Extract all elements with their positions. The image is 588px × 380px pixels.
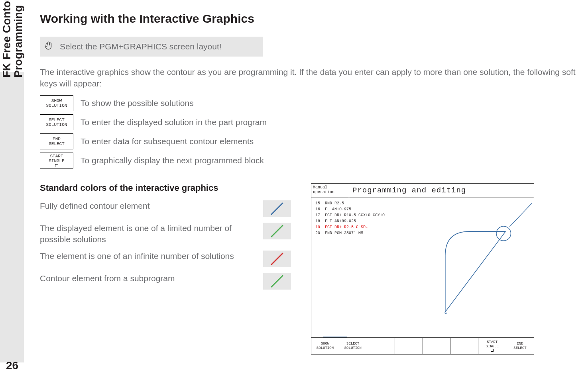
softkey-label-l2: SINGLE [49, 159, 65, 163]
softkey-row: STARTSINGLETo graphically display the ne… [40, 153, 588, 168]
code-line: 20 END PGM 35071 MM [313, 230, 412, 236]
scr-softkey[interactable]: STARTSINGLE [478, 338, 506, 354]
scr-body: 15 RND R2.5 16 FL AN+0.975 17 FCT DR+ R1… [311, 198, 534, 337]
scr-mode-l1: Manual [313, 185, 327, 190]
scr-softkey-blank [395, 338, 423, 354]
softkey-label-l1: END [53, 137, 61, 141]
svg-line-3 [271, 276, 283, 287]
softkey-label-l2: SELECT [49, 141, 65, 146]
svg-line-1 [271, 225, 283, 237]
color-description: The displayed element is one of a limite… [40, 223, 255, 245]
scr-header: Manual operation Programming and editing [311, 184, 534, 198]
softkey-row: SHOWSOLUTIONTo show the possible solutio… [40, 95, 588, 111]
svg-line-5 [509, 203, 532, 227]
softkey-label-l2: SOLUTION [46, 122, 67, 127]
scr-mode: Manual operation [311, 184, 349, 198]
softkey-description: To enter data for subsequent contour ele… [81, 137, 254, 146]
color-swatch [263, 200, 291, 217]
cnc-screenshot: Manual operation Programming and editing… [311, 183, 534, 355]
softkey-description: To graphically display the next programm… [81, 156, 264, 165]
scr-softkey-l1: SHOW [321, 342, 330, 346]
scr-softkey-blank [450, 338, 478, 354]
scr-softkey[interactable]: SHOWSOLUTION [311, 338, 339, 354]
scr-softkey[interactable]: ENDSELECT [506, 338, 534, 354]
color-swatch [263, 223, 291, 239]
softkey-label-l1: SHOW [51, 98, 62, 103]
note-text: Select the PGM+GRAPHICS screen layout! [60, 42, 222, 51]
softkey-description: To enter the displayed solution in the p… [81, 118, 267, 127]
softkey-button[interactable]: ENDSELECT [40, 133, 73, 149]
softkey-label-l1: SELECT [49, 118, 65, 122]
scr-softkey-l2: SOLUTION [317, 346, 334, 350]
page-title: Working with the Interactive Graphics [40, 12, 588, 25]
scr-softkey-blank [423, 338, 451, 354]
scr-graphic [413, 198, 534, 337]
softkey-button[interactable]: SHOWSOLUTION [40, 95, 73, 111]
scr-softkey-l2: SOLUTION [344, 346, 362, 350]
svg-point-4 [496, 226, 511, 241]
softkey-description: To show the possible solutions [81, 98, 194, 108]
scr-softkey-l2: SINGLE [486, 345, 498, 349]
scr-softkey-bar: SHOWSOLUTIONSELECTSOLUTIONSTARTSINGLEEND… [311, 337, 534, 354]
scr-softkey-l1: START [487, 340, 498, 344]
code-line: 15 RND R2.5 [313, 200, 412, 206]
scr-cursor-underline [323, 337, 347, 337]
color-description: Fully defined contour element [40, 200, 255, 217]
softkey-label-l2: SOLUTION [46, 103, 67, 108]
note-callout: Select the PGM+GRAPHICS screen layout! [40, 37, 263, 57]
color-swatch [263, 273, 291, 290]
sidebar-line2: Programming [12, 0, 24, 78]
scr-softkey-blank [367, 338, 395, 354]
color-description: The element is one of an infinite number… [40, 251, 255, 267]
scr-softkey-l2: SELECT [513, 346, 526, 350]
code-line: 17 FCT DR+ R10.5 CCX+0 CCY+0 [313, 212, 412, 218]
softkey-button[interactable]: STARTSINGLE [40, 153, 73, 168]
square-icon [55, 164, 58, 167]
scr-softkey-l1: SELECT [346, 342, 359, 346]
scr-title: Programming and editing [349, 184, 534, 198]
square-icon [491, 349, 494, 352]
softkey-row: ENDSELECTTo enter data for subsequent co… [40, 133, 588, 149]
code-line: 18 FLT AN+89.025 [313, 218, 412, 224]
softkey-label-l1: START [50, 154, 63, 159]
code-line: 19 FCT DR+ R2.5 CLSD- [313, 224, 412, 230]
color-swatch [263, 251, 291, 267]
softkey-button[interactable]: SELECTSOLUTION [40, 114, 73, 130]
scr-mode-l2: operation [313, 190, 334, 194]
hand-icon [44, 41, 54, 53]
softkey-row: SELECTSOLUTIONTo enter the displayed sol… [40, 114, 588, 130]
color-description: Contour element from a subprogram [40, 273, 255, 290]
svg-line-2 [271, 253, 283, 264]
sidebar-section-label: FK Free Contour Programming [1, 0, 24, 78]
sidebar-line1: FK Free Contour [0, 0, 13, 78]
page-number: 26 [6, 359, 18, 372]
scr-softkey[interactable]: SELECTSOLUTION [339, 338, 367, 354]
sidebar-tab [0, 72, 24, 362]
scr-softkey-l1: END [517, 342, 523, 346]
intro-paragraph: The interactive graphics show the contou… [40, 66, 588, 90]
svg-line-0 [271, 203, 283, 214]
code-line: 16 FL AN+0.975 [313, 206, 412, 212]
scr-code-listing: 15 RND R2.5 16 FL AN+0.975 17 FCT DR+ R1… [311, 198, 413, 337]
